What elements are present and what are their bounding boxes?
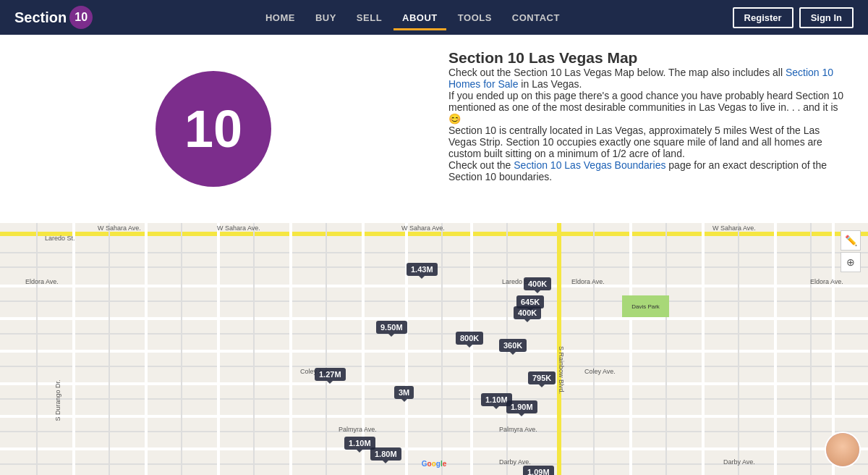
agent-avatar[interactable]: [825, 432, 861, 468]
road-v9: [702, 223, 705, 475]
header: Section 10 HOME BUY SELL ABOUT TOOLS CON…: [0, 0, 868, 35]
logo-text: Section: [14, 9, 67, 26]
auth-buttons: Register Sign In: [733, 7, 854, 28]
road-vt2: [109, 223, 110, 475]
hero-circle: 10: [156, 71, 271, 187]
label-eldora3: Eldora Ave.: [810, 278, 843, 285]
road-v4: [289, 223, 292, 475]
road-v1: [72, 223, 75, 475]
road-label-sahara2: W Sahara Ave.: [217, 224, 260, 232]
price-badge-1[interactable]: 400K: [524, 277, 551, 290]
road-vt6: [441, 223, 443, 475]
road-v2: [145, 223, 148, 475]
register-button[interactable]: Register: [733, 7, 793, 28]
map-wrapper[interactable]: W Sahara Ave. W Sahara Ave. W Sahara Ave…: [0, 223, 868, 475]
label-eldora2: Eldora Ave.: [571, 278, 605, 285]
road-vt10: [738, 223, 739, 475]
desc-para3: Section 10 is centrally located in Las V…: [448, 125, 846, 159]
road-v6: [405, 223, 408, 475]
desc-para1: Check out the Section 10 Las Vegas Map b…: [448, 67, 846, 90]
road-label-sahara3: W Sahara Ave.: [401, 224, 445, 232]
road-vt4: [253, 223, 255, 475]
road-label-durango: S Durango Dr.: [54, 371, 61, 429]
page-title: Section 10 Las Vegas Map: [448, 49, 846, 67]
top-section: 10 Section 10 Las Vegas Map Check out th…: [0, 35, 868, 223]
map-layers-btn[interactable]: ⊕: [841, 252, 861, 272]
map-controls: ✏️ ⊕: [841, 230, 861, 272]
price-badge-13[interactable]: 1.80M: [370, 447, 401, 461]
park-label: Davis Park: [631, 303, 660, 310]
main-nav: HOME BUY SELL ABOUT TOOLS CONTACT: [257, 8, 569, 28]
boundaries-link[interactable]: Section 10 Las Vegas Boundaries: [514, 159, 665, 171]
price-badge-7[interactable]: 1.27M: [315, 368, 346, 381]
road-v10: [774, 223, 777, 475]
hero-number: 10: [184, 99, 242, 159]
road-vt8: [593, 223, 595, 475]
main-body: 10 Section 10 Las Vegas Map Check out th…: [0, 35, 868, 475]
price-badge-9[interactable]: 3M: [394, 386, 414, 399]
nav-home[interactable]: HOME: [257, 8, 304, 28]
road-label-sahara1: W Sahara Ave.: [98, 224, 141, 232]
signin-button[interactable]: Sign In: [799, 7, 854, 28]
price-badge-14[interactable]: 1.09M: [523, 466, 554, 475]
google-logo: Google: [422, 460, 446, 468]
label-darby2: Darby Ave.: [723, 458, 755, 466]
label-eldora: Eldora Ave.: [25, 278, 59, 285]
logo[interactable]: Section 10: [14, 6, 93, 29]
road-vt9: [665, 223, 667, 475]
desc-para2: If you ended up on this page there's a g…: [448, 90, 846, 125]
desc-para4: Check out the Section 10 Las Vegas Bound…: [448, 159, 846, 182]
nav-tools[interactable]: TOOLS: [449, 8, 501, 28]
road-vt5: [326, 223, 327, 475]
road-label-rainbow: S Rainbow Blvd.: [558, 346, 565, 394]
nav-contact[interactable]: CONTACT: [503, 8, 569, 28]
label-palmyra2: Palmyra Ave.: [499, 426, 537, 433]
label-laredo: Laredo St.: [45, 235, 75, 242]
road-vt1: [36, 223, 38, 475]
homes-for-sale-link[interactable]: Section 10 Homes for Sale: [448, 67, 833, 90]
park-area: Davis Park: [622, 295, 669, 317]
price-badge-6[interactable]: 360K: [499, 339, 527, 352]
road-label-sahara4: W Sahara Ave.: [712, 224, 756, 232]
price-badge-5[interactable]: 800K: [456, 332, 483, 345]
nav-buy[interactable]: BUY: [307, 8, 345, 28]
price-badge-4[interactable]: 9.50M: [376, 321, 407, 334]
hero-area: 10: [0, 35, 427, 223]
price-badge-11[interactable]: 1.90M: [506, 400, 537, 413]
price-badge-3[interactable]: 400K: [514, 306, 541, 319]
road-vt3: [181, 223, 182, 475]
road-v3: [217, 223, 220, 475]
map-edit-btn[interactable]: ✏️: [841, 230, 861, 251]
price-badge-0[interactable]: 1.43M: [407, 263, 438, 276]
label-palmyra: Palmyra Ave.: [339, 426, 377, 433]
nav-sell[interactable]: SELL: [348, 8, 391, 28]
label-darby: Darby Ave.: [499, 458, 531, 466]
nav-about[interactable]: ABOUT: [393, 8, 446, 28]
road-v8: [629, 223, 632, 475]
avatar-image: [826, 433, 859, 466]
price-badge-8[interactable]: 795K: [528, 371, 556, 384]
map-background: W Sahara Ave. W Sahara Ave. W Sahara Ave…: [0, 223, 868, 475]
logo-number: 10: [69, 6, 93, 29]
label-coley2: Coley Ave.: [584, 368, 616, 375]
road-v7: [470, 223, 473, 475]
description-area: Section 10 Las Vegas Map Check out the S…: [427, 35, 868, 223]
road-vt11: [810, 223, 812, 475]
